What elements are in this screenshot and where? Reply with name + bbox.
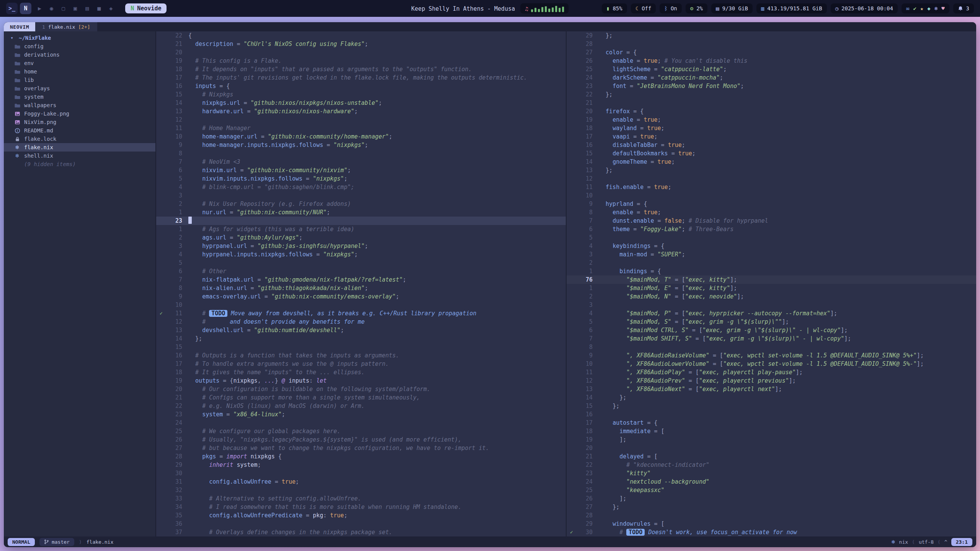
- code-line[interactable]: 1 bindings = {: [567, 267, 976, 276]
- code-line[interactable]: 19 enable = true;: [567, 116, 976, 124]
- code-line[interactable]: 4 "$mainMod, P" = ["exec, hyprpicker --a…: [567, 309, 976, 318]
- code-line[interactable]: 19 ];: [567, 435, 976, 444]
- code-line[interactable]: 5: [567, 233, 976, 242]
- tree-item-derivations[interactable]: derivations: [4, 51, 155, 59]
- code-line[interactable]: 35 config.allowUnfreePredicate = pkg: tr…: [156, 511, 566, 520]
- code-line[interactable]: 28: [567, 511, 976, 520]
- tree-item-foggy-lake-png[interactable]: Foggy-Lake.png: [4, 109, 155, 118]
- code-line[interactable]: 20 # Our configuration is buildable on t…: [156, 385, 566, 393]
- editor-pane-left[interactable]: 22{21 description = "ChUrl's NixOS confi…: [156, 31, 566, 536]
- code-line[interactable]: 4 keybindings = {: [567, 242, 976, 250]
- tree-item-home[interactable]: home: [4, 67, 155, 76]
- memory-pill[interactable]: ▤9/30 GiB: [711, 3, 753, 13]
- code-line[interactable]: 10: [156, 301, 566, 309]
- code-line[interactable]: 76 "$mainMod, T" = ["exec, kitty"];: [567, 276, 976, 284]
- code-line[interactable]: 21 delayed = [: [567, 452, 976, 461]
- code-line[interactable]: 8: [156, 149, 566, 158]
- code-line[interactable]: 28 pkgs = import nixpkgs {: [156, 452, 566, 461]
- code-line[interactable]: 19 # This config is a Flake.: [156, 57, 566, 65]
- code-line[interactable]: 3 main-mod = "SUPER";: [567, 250, 976, 259]
- code-line[interactable]: 5: [156, 259, 566, 267]
- workspace-icon[interactable]: ◈: [109, 5, 113, 12]
- code-line[interactable]: 12: [156, 116, 566, 124]
- tree-item-nixflake[interactable]: ▾~/NixFlake: [4, 34, 155, 42]
- code-line[interactable]: 4 # blink-cmp.url = "github:saghen/blink…: [156, 183, 566, 191]
- code-line[interactable]: 23 system = "x86_64-linux";: [156, 410, 566, 419]
- code-line[interactable]: 3: [156, 191, 566, 200]
- code-line[interactable]: 23: [156, 217, 566, 225]
- code-line[interactable]: 2 ags.url = "github:Aylur/ags";: [156, 233, 566, 242]
- tree-item-config[interactable]: config: [4, 42, 155, 51]
- code-line[interactable]: 20: [567, 444, 976, 452]
- clock-pill[interactable]: ◷2025-06-18 00:04: [831, 3, 898, 13]
- code-line[interactable]: 9 home-manager.inputs.nixpkgs.follows = …: [156, 141, 566, 149]
- heart-tray-icon[interactable]: ♥: [941, 5, 944, 11]
- tree-item-nixvim-png[interactable]: NixVim.png: [4, 118, 155, 126]
- workspace-icon[interactable]: ▤: [85, 5, 89, 12]
- code-line[interactable]: 11 fish.enable = true;: [567, 183, 976, 191]
- workspace-icon[interactable]: ■: [97, 5, 101, 12]
- code-line[interactable]: 16 disableTabBar = true;: [567, 141, 976, 149]
- code-line[interactable]: 29 };: [567, 31, 976, 40]
- code-line[interactable]: 36: [156, 520, 566, 528]
- code-line[interactable]: 17 # To handle extra arguments we use th…: [156, 360, 566, 368]
- code-line[interactable]: 22 # "kdeconnect-indicator": [567, 461, 976, 469]
- code-line[interactable]: 21 # Configs can support more than a sin…: [156, 393, 566, 402]
- code-line[interactable]: 18 immediate = [: [567, 427, 976, 435]
- workspace-icon[interactable]: ▢: [62, 5, 65, 12]
- tree-item-overlays[interactable]: overlays: [4, 84, 155, 93]
- code-line[interactable]: 8 nix-alien.url = "github:thiagokokada/n…: [156, 284, 566, 292]
- tree-item-shell-nix[interactable]: ❄shell.nix: [4, 152, 155, 160]
- code-line[interactable]: 24: [156, 419, 566, 427]
- idle-inhibitor-pill[interactable]: ☾Off: [631, 3, 656, 13]
- code-line[interactable]: 10: [567, 191, 976, 200]
- code-line[interactable]: 7 dunst.enable = false; # Disable for hy…: [567, 217, 976, 225]
- code-line[interactable]: 13 hardware.url = "github:nixos/nixos-ha…: [156, 107, 566, 116]
- code-line[interactable]: 24 darkScheme = "catppuccin-mocha";: [567, 73, 976, 82]
- code-line[interactable]: 17 # The inputs' git revisions get locke…: [156, 73, 566, 82]
- code-line[interactable]: 11 ", XF86AudioPlay" = ["exec, playerctl…: [567, 368, 976, 377]
- code-line[interactable]: 9 emacs-overlay.url = "github:nix-commun…: [156, 292, 566, 301]
- system-tray[interactable]: ✉✔★◆❄♥: [902, 3, 949, 13]
- code-line[interactable]: 27 };: [567, 503, 976, 511]
- code-line[interactable]: 10 home-manager.url = "github:nix-commun…: [156, 132, 566, 141]
- tree-item-env[interactable]: env: [4, 59, 155, 67]
- code-line[interactable]: 14 };: [567, 393, 976, 402]
- code-line[interactable]: 15 };: [567, 402, 976, 410]
- code-line[interactable]: 16: [567, 410, 976, 419]
- disk-pill[interactable]: ▥413.19/915.81 GiB: [756, 3, 827, 13]
- code-line[interactable]: 15: [156, 343, 566, 351]
- code-line[interactable]: 12 ", XF86AudioPrev" = ["exec, playerctl…: [567, 377, 976, 385]
- notifications-pill[interactable]: 3: [953, 3, 974, 13]
- code-line[interactable]: 9 ", XF86AudioRaiseVolume" = ["exec, wpc…: [567, 351, 976, 360]
- code-line[interactable]: 32: [156, 486, 566, 494]
- code-line[interactable]: 23 "kitty": [567, 469, 976, 478]
- tree-item-wallpapers[interactable]: wallpapers: [4, 101, 155, 109]
- code-line[interactable]: 2 # Nix User Repository (e.g. Firefox ad…: [156, 200, 566, 208]
- code-line[interactable]: 8 enable = true;: [567, 208, 976, 217]
- tree-item-system[interactable]: system: [4, 93, 155, 101]
- code-line[interactable]: 7 "$mainMod SHIFT, S" = ["exec, grim -g …: [567, 334, 976, 343]
- code-line[interactable]: 19 outputs = {nixpkgs, ...} @ inputs: le…: [156, 377, 566, 385]
- code-line[interactable]: 21 description = "ChUrl's NixOS config u…: [156, 40, 566, 48]
- code-line[interactable]: 5 nixvim.inputs.nixpkgs.follows = "nixpk…: [156, 174, 566, 183]
- code-line[interactable]: 2 "$mainMod, N" = ["exec, neovide"];: [567, 292, 976, 301]
- code-line[interactable]: 27 # but because we want to change the n…: [156, 444, 566, 452]
- code-line[interactable]: 5 "$mainMod, S" = ["exec, grim -g \"$(sl…: [567, 318, 976, 326]
- code-line[interactable]: 17 vaapi = true;: [567, 132, 976, 141]
- code-line[interactable]: 13 devshell.url = "github:numtide/devshe…: [156, 326, 566, 334]
- code-line[interactable]: 13 };: [567, 166, 976, 174]
- music-widget[interactable]: Keep Shelly In Athens - Medusa ♫: [411, 3, 568, 14]
- code-line[interactable]: 6 "$mainMod CTRL, S" = ["exec, grim -g \…: [567, 326, 976, 334]
- code-line[interactable]: 7 # NeoVim <3: [156, 158, 566, 166]
- code-line[interactable]: 27 color = {: [567, 48, 976, 57]
- code-line[interactable]: 37 # Overlays define changes in the nixp…: [156, 528, 566, 536]
- code-line[interactable]: 24 "nextcloud --background": [567, 478, 976, 486]
- code-line[interactable]: 31 config.allowUnfree = true;: [156, 478, 566, 486]
- code-line[interactable]: 12: [567, 174, 976, 183]
- code-line[interactable]: 28: [567, 40, 976, 48]
- code-line[interactable]: 14 nixpkgs.url = "github:nixos/nixpkgs/n…: [156, 99, 566, 107]
- code-line[interactable]: 29 inherit system;: [156, 461, 566, 469]
- editor-pane-right[interactable]: 29 };2827 color = {26 enable = true; # Y…: [567, 31, 976, 536]
- code-line[interactable]: 16 inputs = {: [156, 82, 566, 90]
